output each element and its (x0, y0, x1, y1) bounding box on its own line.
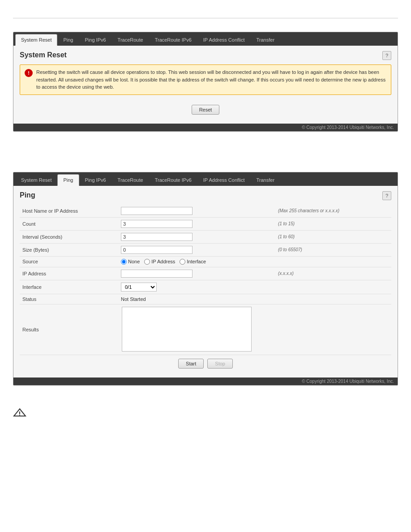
tab-traceroute-1[interactable]: TraceRoute (112, 34, 149, 46)
ping-panel: System Reset Ping Ping IPv6 TraceRoute T… (13, 172, 398, 386)
radio-ipaddress-text: IP Address (151, 259, 175, 264)
hint-hostname: (Max 255 characters or x.x.x.x) (274, 205, 391, 218)
ubiquiti-logo-icon (13, 408, 26, 417)
system-reset-content: System Reset ? ! Resetting the switch wi… (13, 46, 398, 124)
label-results: Results (20, 304, 118, 355)
reset-button[interactable]: Reset (192, 105, 220, 115)
tab-ping-2[interactable]: Ping (57, 174, 79, 186)
label-source: Source (20, 256, 118, 267)
input-hostname[interactable] (121, 207, 193, 215)
input-interval[interactable] (121, 233, 193, 241)
source-radio-group: None IP Address Interface (121, 259, 272, 265)
row-size: Size (Bytes) (0 to 65507) (20, 243, 391, 256)
panel-footer-1: © Copyright 2013-2014 Ubiquiti Networks,… (13, 124, 398, 131)
help-button-2[interactable]: ? (382, 191, 391, 200)
input-count[interactable] (121, 220, 193, 228)
tab-ping-ipv6-2[interactable]: Ping IPv6 (79, 174, 112, 186)
radio-ipaddress-label[interactable]: IP Address (144, 259, 175, 265)
radio-none[interactable] (121, 259, 127, 265)
hint-interval: (1 to 60) (274, 230, 391, 243)
hint-size: (0 to 65507) (274, 243, 391, 256)
label-hostname: Host Name or IP Address (20, 205, 118, 218)
svg-point-2 (19, 415, 20, 416)
radio-interface-text: Interface (187, 259, 206, 264)
input-size[interactable] (121, 246, 193, 254)
row-count: Count (1 to 15) (20, 217, 391, 230)
bottom-logo (13, 408, 398, 417)
tab-bar-2: System Reset Ping Ping IPv6 TraceRoute T… (13, 172, 398, 186)
ping-content: Ping ? Host Name or IP Address (Max 255 … (13, 186, 398, 378)
row-results: Results (20, 304, 391, 355)
radio-none-label[interactable]: None (121, 259, 140, 265)
row-status: Status Not Started (20, 294, 391, 304)
panel-title: System Reset (20, 51, 67, 59)
top-divider (13, 18, 398, 18)
label-count: Count (20, 217, 118, 230)
help-button-1[interactable]: ? (382, 51, 391, 60)
tab-ip-conflict-2[interactable]: IP Address Conflict (197, 174, 251, 186)
tab-system-reset-2[interactable]: System Reset (15, 174, 57, 186)
warning-text: Resetting the switch will cause all devi… (36, 69, 386, 91)
panel-title-row: System Reset ? (20, 51, 391, 60)
label-interface: Interface (20, 280, 118, 294)
tab-traceroute-ipv6-2[interactable]: TraceRoute IPv6 (149, 174, 197, 186)
reset-button-row: Reset (20, 101, 391, 118)
ping-title-row: Ping ? (20, 191, 391, 200)
radio-interface-label[interactable]: Interface (180, 259, 206, 265)
hint-count: (1 to 15) (274, 217, 391, 230)
interface-select[interactable]: 0/1 (121, 283, 157, 292)
label-interval: Interval (Seconds) (20, 230, 118, 243)
tab-ping-ipv6-1[interactable]: Ping IPv6 (79, 34, 112, 46)
label-status: Status (20, 294, 118, 304)
radio-interface[interactable] (180, 259, 185, 265)
warning-icon: ! (25, 69, 33, 77)
hint-ip-address: (x.x.x.x) (274, 267, 391, 280)
input-ip-address[interactable] (121, 270, 193, 278)
row-ip-address: IP Address (x.x.x.x) (20, 267, 391, 280)
system-reset-panel: System Reset Ping Ping IPv6 TraceRoute T… (13, 32, 398, 132)
warning-box: ! Resetting the switch will cause all de… (20, 64, 391, 95)
ping-title: Ping (20, 191, 35, 199)
label-ip-address: IP Address (20, 267, 118, 280)
row-interval: Interval (Seconds) (1 to 60) (20, 230, 391, 243)
tab-transfer-1[interactable]: Transfer (251, 34, 281, 46)
start-button[interactable]: Start (178, 359, 204, 369)
radio-ipaddress[interactable] (144, 259, 150, 265)
tab-traceroute-ipv6-1[interactable]: TraceRoute IPv6 (149, 34, 197, 46)
tab-bar-1: System Reset Ping Ping IPv6 TraceRoute T… (13, 32, 398, 46)
row-source: Source None IP Address (20, 256, 391, 267)
panel-footer-2: © Copyright 2013-2014 Ubiquiti Networks,… (13, 378, 398, 385)
tab-ping-1[interactable]: Ping (57, 34, 79, 46)
tab-transfer-2[interactable]: Transfer (251, 174, 281, 186)
results-textarea[interactable] (122, 307, 252, 352)
stop-button[interactable]: Stop (207, 359, 233, 369)
radio-none-text: None (128, 259, 140, 264)
tab-ip-conflict-1[interactable]: IP Address Conflict (197, 34, 251, 46)
row-hostname: Host Name or IP Address (Max 255 charact… (20, 205, 391, 218)
ping-form-table: Host Name or IP Address (Max 255 charact… (20, 205, 391, 355)
status-value: Not Started (121, 296, 146, 302)
ping-button-row: Start Stop (20, 355, 391, 372)
tab-system-reset-1[interactable]: System Reset (15, 34, 57, 46)
label-size: Size (Bytes) (20, 243, 118, 256)
row-interface: Interface 0/1 (20, 280, 391, 294)
tab-traceroute-2[interactable]: TraceRoute (112, 174, 149, 186)
